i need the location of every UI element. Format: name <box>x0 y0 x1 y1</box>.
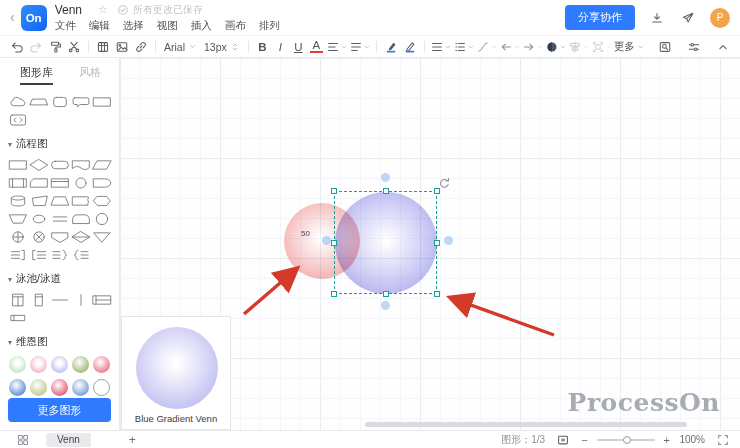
settings-sliders-icon[interactable] <box>685 38 703 56</box>
line-height-button[interactable] <box>326 40 348 54</box>
list-style-button[interactable] <box>453 40 475 54</box>
canvas[interactable]: 50 <box>120 58 740 430</box>
resize-handle-se[interactable] <box>434 291 440 297</box>
menu-item-2[interactable]: 选择 <box>123 19 144 33</box>
menu-item-6[interactable]: 排列 <box>259 19 280 33</box>
horizontal-scrollbar[interactable] <box>365 422 687 427</box>
section-pool-lane[interactable]: ▾ 泳池/泳道 <box>8 272 111 286</box>
clear-format-button[interactable] <box>65 38 83 56</box>
shape-list-left-brace[interactable] <box>71 246 91 263</box>
pages-overview-icon[interactable] <box>14 431 32 448</box>
share-collaborate-button[interactable]: 分享协作 <box>565 5 635 30</box>
shape-cloud[interactable] <box>8 93 28 110</box>
theme-style-button[interactable] <box>545 40 567 54</box>
shape-circle-plus[interactable] <box>8 228 28 245</box>
section-flowchart[interactable]: ▾ 流程图 <box>8 137 111 151</box>
font-color-button[interactable]: A <box>310 40 323 53</box>
shape-pool-horizontal[interactable] <box>92 291 112 308</box>
venn-style-3[interactable] <box>51 356 68 373</box>
menu-item-0[interactable]: 文件 <box>55 19 76 33</box>
connector-style-button[interactable] <box>476 40 498 54</box>
tab-style[interactable]: 风格 <box>79 65 101 85</box>
zoom-slider[interactable] <box>597 439 655 441</box>
shape-horizontal-line[interactable] <box>50 291 70 308</box>
shape-lane-horizontal[interactable] <box>8 309 28 326</box>
download-icon[interactable] <box>648 9 666 27</box>
arrow-end-button[interactable] <box>522 40 544 54</box>
format-painter-button[interactable] <box>46 38 64 56</box>
section-venn[interactable]: ▾ 维恩图 <box>8 335 111 349</box>
resize-handle-e[interactable] <box>434 240 440 246</box>
shape-callout[interactable] <box>71 93 91 110</box>
shape-list-right-brace[interactable] <box>50 246 70 263</box>
font-family-select[interactable]: Arial <box>161 40 200 54</box>
fit-canvas-icon[interactable] <box>554 431 572 448</box>
shape-internal-storage[interactable] <box>50 174 70 191</box>
resize-handle-s[interactable] <box>383 291 389 297</box>
venn-style-9[interactable] <box>72 379 89 396</box>
shape-lane-vertical[interactable] <box>29 291 49 308</box>
zoom-slider-knob[interactable] <box>623 436 631 444</box>
shape-rounded-square[interactable] <box>50 93 70 110</box>
more-shapes-button[interactable]: 更多图形 <box>8 398 111 422</box>
italic-button[interactable]: I <box>272 41 289 53</box>
venn-style-1[interactable] <box>9 356 26 373</box>
venn-value-label[interactable]: 50 <box>301 229 310 238</box>
shape-rectangle[interactable] <box>8 156 28 173</box>
selection-box[interactable] <box>334 191 437 294</box>
shape-pool-vertical[interactable] <box>8 291 28 308</box>
venn-style-2[interactable] <box>30 356 47 373</box>
insert-link-button[interactable] <box>132 38 150 56</box>
resize-handle-n[interactable] <box>383 188 389 194</box>
undo-button[interactable] <box>8 38 26 56</box>
shape-shield[interactable] <box>50 228 70 245</box>
page-tab-venn[interactable]: Venn <box>46 433 91 447</box>
connection-point-top[interactable] <box>381 173 390 182</box>
avatar[interactable]: P <box>710 8 730 28</box>
shape-list-right-bracket[interactable] <box>8 246 28 263</box>
shape-predefined-process[interactable] <box>8 174 28 191</box>
more-button[interactable]: 更多 <box>614 40 645 54</box>
processon-logo[interactable]: On <box>21 5 47 31</box>
shape-trapezoid[interactable] <box>50 192 70 209</box>
align-button[interactable] <box>430 40 452 54</box>
find-replace-icon[interactable] <box>656 38 674 56</box>
shape-list-left-bracket[interactable] <box>29 246 49 263</box>
underline-button[interactable]: U <box>290 41 307 53</box>
shape-torn-paper[interactable] <box>71 192 91 209</box>
zoom-in-button[interactable]: + <box>664 434 670 446</box>
shape-card[interactable] <box>29 174 49 191</box>
shape-database[interactable] <box>8 192 28 209</box>
shape-hexagon[interactable] <box>92 192 112 209</box>
menu-item-5[interactable]: 画布 <box>225 19 246 33</box>
insert-image-button[interactable] <box>113 38 131 56</box>
venn-style-7[interactable] <box>30 379 47 396</box>
venn-style-6[interactable] <box>9 379 26 396</box>
shape-double-line[interactable] <box>50 210 70 227</box>
redo-button[interactable] <box>27 38 45 56</box>
shape-triangle-down[interactable] <box>92 228 112 245</box>
back-icon[interactable]: ‹ <box>8 9 21 27</box>
menu-item-3[interactable]: 视图 <box>157 19 178 33</box>
shape-circle-cross[interactable] <box>29 228 49 245</box>
add-page-button[interactable]: + <box>129 433 136 447</box>
connection-point-bottom[interactable] <box>381 301 390 310</box>
bold-button[interactable]: B <box>254 41 271 53</box>
rotate-handle-icon[interactable] <box>438 177 451 190</box>
shape-trapezoid-down[interactable] <box>8 210 28 227</box>
shape-diamond-line[interactable] <box>71 228 91 245</box>
arrow-start-button[interactable] <box>499 40 521 54</box>
table-button[interactable] <box>94 38 112 56</box>
shape-stadium[interactable] <box>50 156 70 173</box>
font-size-select[interactable]: 13px <box>201 40 243 54</box>
shape-half-stadium[interactable] <box>71 210 91 227</box>
venn-style-10[interactable] <box>93 379 110 396</box>
connection-point-right[interactable] <box>444 236 453 245</box>
align-objects-button[interactable] <box>568 40 590 54</box>
send-icon[interactable] <box>679 9 697 27</box>
text-align-button[interactable] <box>349 40 371 54</box>
resize-handle-sw[interactable] <box>331 291 337 297</box>
shape-delay[interactable] <box>92 174 112 191</box>
line-color-button[interactable] <box>401 38 419 56</box>
group-button[interactable] <box>591 40 613 54</box>
